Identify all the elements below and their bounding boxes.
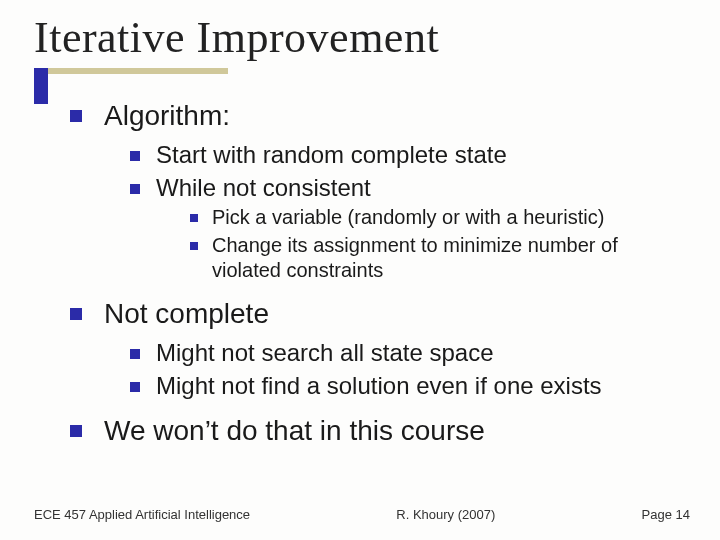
bullet-text: We won’t do that in this course [104,413,485,449]
bullet-text: Change its assignment to minimize number… [212,233,690,284]
footer-center: R. Khoury (2007) [396,507,495,522]
bullet-lvl2: While not consistent [130,173,690,204]
bullet-icon [130,349,140,359]
bullet-lvl1: Not complete [70,296,690,332]
content: Algorithm: Start with random complete st… [70,98,690,455]
accent-underline [48,68,228,74]
footer-left: ECE 457 Applied Artificial Intelligence [34,507,250,522]
bullet-icon [70,110,82,122]
bullet-text: Start with random complete state [156,140,507,171]
bullet-lvl1: Algorithm: [70,98,690,134]
bullet-lvl1: We won’t do that in this course [70,413,690,449]
title-block: Iterative Improvement [34,12,439,63]
slide-title: Iterative Improvement [34,12,439,63]
bullet-text: Algorithm: [104,98,230,134]
bullet-text: Pick a variable (randomly or with a heur… [212,205,604,231]
bullet-icon [70,308,82,320]
bullet-lvl2: Might not find a solution even if one ex… [130,371,690,402]
bullet-icon [130,184,140,194]
bullet-icon [190,214,198,222]
footer: ECE 457 Applied Artificial Intelligence … [34,507,690,522]
bullet-icon [70,425,82,437]
footer-right: Page 14 [642,507,690,522]
slide: Iterative Improvement Algorithm: Start w… [0,0,720,540]
accent-bar [34,68,48,104]
bullet-icon [190,242,198,250]
bullet-lvl3: Change its assignment to minimize number… [190,233,690,284]
bullet-text: Not complete [104,296,269,332]
bullet-text: While not consistent [156,173,371,204]
bullet-text: Might not find a solution even if one ex… [156,371,602,402]
bullet-icon [130,382,140,392]
bullet-icon [130,151,140,161]
bullet-lvl3: Pick a variable (randomly or with a heur… [190,205,690,231]
bullet-lvl2: Might not search all state space [130,338,690,369]
bullet-lvl2: Start with random complete state [130,140,690,171]
bullet-text: Might not search all state space [156,338,494,369]
